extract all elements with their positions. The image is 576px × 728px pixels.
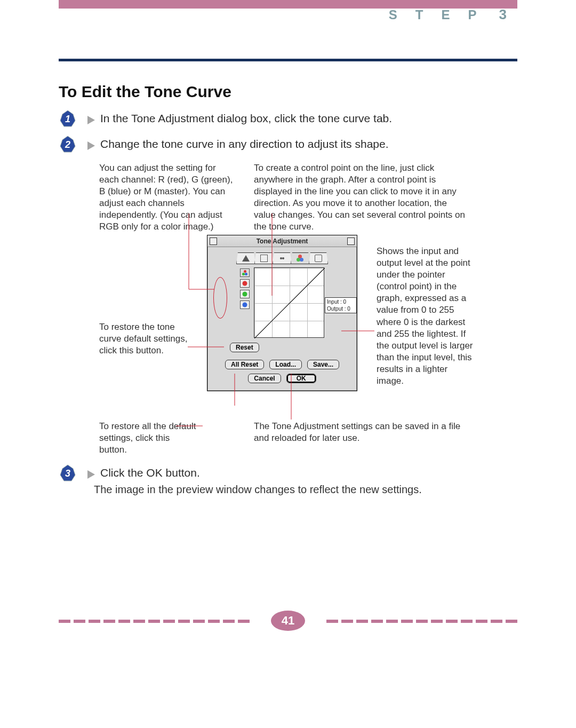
reset-button[interactable]: Reset bbox=[230, 343, 259, 352]
channel-red-button[interactable] bbox=[240, 279, 250, 288]
reset-callout: To restore the tone curve default settin… bbox=[99, 321, 198, 357]
tab-histogram[interactable] bbox=[236, 252, 255, 264]
cancel-button[interactable]: Cancel bbox=[248, 374, 281, 383]
step-1-text: In the Tone Adjustment dialog box, click… bbox=[85, 112, 392, 125]
green-dot-icon bbox=[243, 292, 247, 297]
all-reset-button[interactable]: All Reset bbox=[225, 360, 264, 369]
save-button[interactable]: Save... bbox=[307, 360, 339, 369]
page-title: To Edit the Tone Curve bbox=[59, 83, 231, 101]
controlpoint-note: To create a control point on the line, j… bbox=[254, 162, 467, 233]
step-word: STEP bbox=[389, 7, 495, 22]
channel-highlight-ring bbox=[213, 277, 227, 319]
input-readout: Input : 0 bbox=[327, 298, 355, 305]
step-2-label: Change the tone curve in any direction t… bbox=[100, 138, 389, 150]
tone-adjustment-dialog: Tone Adjustment bbox=[207, 235, 357, 391]
step-1-label: In the Tone Adjustment dialog box, click… bbox=[100, 112, 392, 124]
step-number: 3 bbox=[499, 6, 507, 23]
load-button[interactable]: Load... bbox=[269, 360, 302, 369]
output-readout: Output : 0 bbox=[327, 305, 355, 312]
step-3-label: Click the OK button. bbox=[100, 466, 200, 479]
balance-icon bbox=[278, 255, 286, 262]
channel-note: You can adjust the setting for each chan… bbox=[99, 162, 237, 233]
master-icon bbox=[242, 270, 249, 276]
step-medallion-num-1: 1 bbox=[59, 110, 77, 128]
tab-levels[interactable] bbox=[254, 252, 274, 264]
channel-green-button[interactable] bbox=[240, 290, 250, 298]
allreset-callout: To restore all the default settings, cli… bbox=[99, 421, 198, 456]
step-medallion-2: 2 bbox=[59, 136, 77, 154]
channel-blue-button[interactable] bbox=[240, 300, 250, 309]
step-3-text: Click the OK button. bbox=[85, 466, 200, 479]
svg-line-0 bbox=[254, 268, 325, 338]
page-footer: 41 bbox=[59, 611, 517, 632]
tab-tone-curve[interactable] bbox=[291, 252, 310, 264]
io-readout: Input : 0 Output : 0 bbox=[325, 297, 357, 313]
step-header: STEP3 bbox=[389, 6, 507, 23]
arrow-icon bbox=[87, 141, 95, 150]
rgb-icon bbox=[297, 255, 304, 262]
save-callout: The Tone Adjustment settings can be save… bbox=[254, 421, 467, 444]
arrow-icon bbox=[87, 470, 95, 479]
dialog-titlebar[interactable]: Tone Adjustment bbox=[207, 235, 357, 247]
step-medallion-1: 1 bbox=[59, 110, 77, 128]
close-box-icon[interactable] bbox=[210, 238, 217, 245]
step-medallion-num-3: 3 bbox=[59, 464, 77, 482]
step-3-subtext: The image in the preview window changes … bbox=[94, 482, 467, 496]
channel-column bbox=[240, 267, 251, 309]
header-divider bbox=[59, 59, 517, 61]
step-medallion-3: 3 bbox=[59, 464, 77, 482]
dialog-title: Tone Adjustment bbox=[217, 238, 347, 245]
page-number: 41 bbox=[282, 614, 294, 628]
ok-button[interactable]: OK bbox=[286, 374, 316, 383]
levels-icon bbox=[260, 255, 268, 262]
histogram-icon bbox=[242, 255, 250, 262]
step-medallion-num-2: 2 bbox=[59, 136, 77, 154]
tab-other[interactable] bbox=[309, 252, 328, 264]
channel-master-button[interactable] bbox=[240, 268, 250, 277]
page-number-badge: 41 bbox=[271, 611, 305, 631]
tone-curve-graph[interactable] bbox=[254, 267, 324, 338]
zoom-box-icon[interactable] bbox=[347, 238, 355, 245]
red-dot-icon bbox=[243, 281, 247, 286]
io-callout: Shows the input and output level at the … bbox=[377, 246, 474, 387]
rect-icon bbox=[315, 255, 322, 262]
tab-balance[interactable] bbox=[273, 252, 292, 264]
tab-strip bbox=[237, 252, 327, 264]
blue-dot-icon bbox=[243, 303, 247, 307]
arrow-icon bbox=[87, 116, 95, 124]
step-2-text: Change the tone curve in any direction t… bbox=[85, 138, 389, 151]
